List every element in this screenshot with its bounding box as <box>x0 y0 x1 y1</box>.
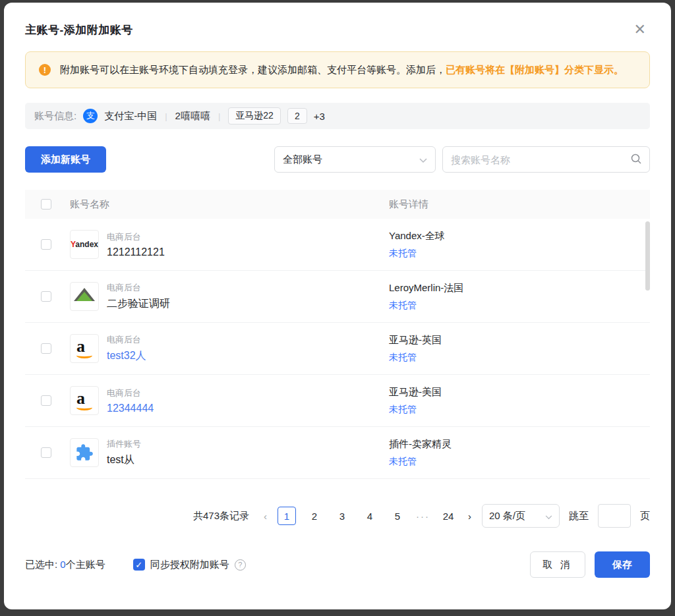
account-tag: 亚马逊22 <box>228 107 281 125</box>
sync-label: 同步授权附加账号 <box>150 559 229 571</box>
account-name: 二步验证调研 <box>107 297 389 311</box>
scrollbar-thumb[interactable] <box>645 221 650 291</box>
pagination-total: 共473条记录 <box>193 510 249 522</box>
page-button-last[interactable]: 24 <box>439 507 457 525</box>
table-row: a 电商后台 test32人 亚马逊-英国 未托管 <box>25 323 650 375</box>
pagination-ellipsis[interactable]: ··· <box>416 511 430 522</box>
select-all-checkbox[interactable] <box>41 199 51 210</box>
next-page-icon[interactable]: › <box>467 511 473 522</box>
account-info-label: 账号信息: <box>34 110 76 123</box>
selected-suffix: 个主账号 <box>66 559 105 570</box>
help-icon[interactable]: ? <box>235 559 246 571</box>
chevron-down-icon <box>419 154 427 165</box>
row-checkbox[interactable] <box>41 395 51 406</box>
prev-page-icon[interactable]: ‹ <box>262 511 268 522</box>
page-button-3[interactable]: 3 <box>333 507 351 525</box>
status-link[interactable]: 未托管 <box>389 248 650 260</box>
table-row: a 电商后台 12344444 亚马逊-美国 未托管 <box>25 375 650 427</box>
row-checkbox[interactable] <box>41 239 51 250</box>
row-checkbox[interactable] <box>41 291 51 302</box>
jump-page-input[interactable] <box>598 504 631 528</box>
account-detail: 插件-卖家精灵 <box>389 438 650 451</box>
dialog-header: 主账号-添加附加账号 ✕ <box>4 3 671 38</box>
save-button[interactable]: 保存 <box>595 551 650 578</box>
toolbar: 添加新账号 全部账号 <box>25 146 650 173</box>
row-checkbox[interactable] <box>41 343 51 354</box>
alert-text: 附加账号可以在主账号环境下自动填充登录，建议添加邮箱、支付平台等账号。添加后，已… <box>60 60 624 80</box>
account-platform: 支付宝-中国 <box>104 110 157 123</box>
accounts-table: 账号名称 账号详情 Yandex 电商后台 1212112121 Yandex-… <box>25 190 650 479</box>
amazon-logo-a: a <box>76 391 92 406</box>
status-link[interactable]: 未托管 <box>389 456 650 468</box>
status-link[interactable]: 未托管 <box>389 352 650 364</box>
chevron-down-icon <box>545 511 552 522</box>
amazon-logo: a <box>70 334 99 363</box>
selected-info: 已选中: 0个主账号 <box>25 559 105 571</box>
page-button-4[interactable]: 4 <box>361 507 379 525</box>
alipay-icon: 支 <box>83 109 98 123</box>
pagination: 共473条记录 ‹ 1 2 3 4 5 ··· 24 › 20 条/页 跳至 页 <box>25 504 650 528</box>
dialog-footer: 已选中: 0个主账号 ✓ 同步授权附加账号 ? 取 消 保存 <box>25 551 650 578</box>
jump-label: 跳至 <box>569 510 589 522</box>
search-input[interactable] <box>442 146 650 173</box>
table-header: 账号名称 账号详情 <box>25 190 650 219</box>
account-detail: 亚马逊-美国 <box>389 386 650 399</box>
cancel-button[interactable]: 取 消 <box>530 551 585 578</box>
column-header-name: 账号名称 <box>70 198 389 211</box>
account-info-bar: 账号信息: 支 支付宝-中国 | 2嘻嘻嘻 | 亚马逊22 2 +3 <box>25 103 650 129</box>
page-size-value: 20 条/页 <box>489 510 525 522</box>
account-tag: 2 <box>287 108 307 124</box>
sync-checkbox[interactable]: ✓ <box>133 559 145 571</box>
account-name-link[interactable]: 12344444 <box>107 403 389 414</box>
search-icon[interactable] <box>630 153 642 167</box>
account-detail: LeroyMerlin-法国 <box>389 282 650 294</box>
info-alert-banner: ! 附加账号可以在主账号环境下自动填充登录，建议添加邮箱、支付平台等账号。添加后… <box>25 51 650 88</box>
page-button-1[interactable]: 1 <box>278 507 296 525</box>
column-header-detail: 账号详情 <box>389 198 650 211</box>
account-type-select-value: 全部账号 <box>283 154 322 166</box>
account-tag-more: +3 <box>314 111 325 122</box>
account-name: 1212112121 <box>107 246 389 258</box>
table-row: 插件账号 test从 插件-卖家精灵 未托管 <box>25 427 650 479</box>
jump-suffix: 页 <box>640 510 650 522</box>
account-category: 电商后台 <box>107 231 389 243</box>
page-button-5[interactable]: 5 <box>388 507 407 525</box>
divider: | <box>217 111 221 121</box>
status-link[interactable]: 未托管 <box>389 300 650 312</box>
account-name: test从 <box>107 453 389 467</box>
status-link[interactable]: 未托管 <box>389 404 650 416</box>
account-detail: Yandex-全球 <box>389 230 650 242</box>
yandex-logo: Yandex <box>70 230 99 259</box>
account-detail: 亚马逊-英国 <box>389 334 650 347</box>
account-category: 插件账号 <box>107 438 389 450</box>
close-icon[interactable]: ✕ <box>630 21 650 38</box>
exclamation-icon: ! <box>39 64 51 76</box>
page-size-select[interactable]: 20 条/页 <box>482 504 560 528</box>
account-category: 电商后台 <box>107 334 389 346</box>
dialog-title: 主账号-添加附加账号 <box>25 22 133 38</box>
account-category: 电商后台 <box>107 387 389 399</box>
amazon-logo-a: a <box>76 339 92 354</box>
selected-count: 0 <box>60 559 65 570</box>
add-sub-account-dialog: 主账号-添加附加账号 ✕ ! 附加账号可以在主账号环境下自动填充登录，建议添加邮… <box>4 3 671 609</box>
alert-text-highlight: 已有账号将在【附加账号】分类下显示。 <box>446 64 624 75</box>
alert-text-normal: 附加账号可以在主账号环境下自动填充登录，建议添加邮箱、支付平台等账号。添加后， <box>60 64 446 75</box>
divider: | <box>163 111 168 121</box>
selected-label: 已选中: <box>25 559 57 570</box>
row-checkbox[interactable] <box>41 447 51 458</box>
account-type-select[interactable]: 全部账号 <box>274 146 436 173</box>
plugin-puzzle-icon <box>70 438 99 467</box>
account-name-link[interactable]: test32人 <box>107 349 389 363</box>
add-account-button[interactable]: 添加新账号 <box>25 146 106 173</box>
yandex-logo-rest: andex <box>75 240 98 249</box>
table-row: 电商后台 二步验证调研 LeroyMerlin-法国 未托管 <box>25 271 650 323</box>
table-row: Yandex 电商后台 1212112121 Yandex-全球 未托管 <box>25 219 650 271</box>
amazon-logo: a <box>70 386 99 415</box>
leroymerlin-logo <box>70 282 99 311</box>
search-box <box>442 146 650 173</box>
account-nickname: 2嘻嘻嘻 <box>175 110 210 123</box>
page-button-2[interactable]: 2 <box>305 507 324 525</box>
account-category: 电商后台 <box>107 282 389 294</box>
